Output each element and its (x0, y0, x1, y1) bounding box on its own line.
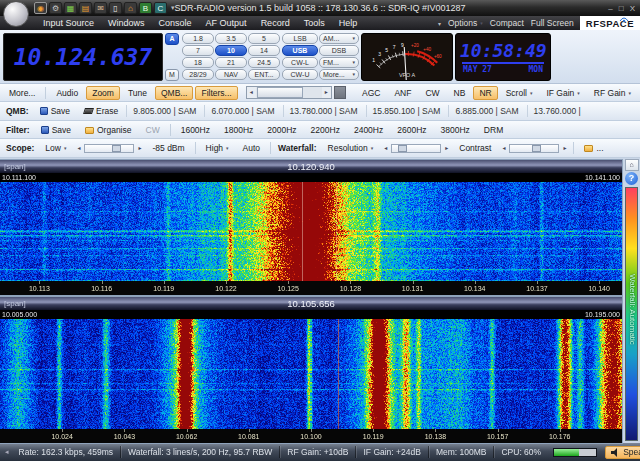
tune-button[interactable]: Tune (122, 86, 153, 100)
dsp-nr-button[interactable]: NR (473, 86, 497, 100)
pan-scrollbar[interactable]: ◂▸ (246, 86, 332, 99)
filter-2200hz-button[interactable]: 2200Hz (305, 123, 346, 137)
menu-help[interactable]: Help (332, 16, 365, 30)
waterfall-contrast-slider[interactable]: ◂ ▸ (499, 142, 569, 155)
filter-1600hz-button[interactable]: 1600Hz (175, 123, 216, 137)
qmb-save-button[interactable]: Save (34, 104, 76, 118)
waterfall1-frequency-scale[interactable]: 10.11310.11610.11910.12210.12510.12810.1… (0, 281, 622, 295)
if-gain-dropdown[interactable]: IF Gain▾ (540, 86, 585, 100)
home-icon[interactable]: ⌂ (124, 2, 137, 14)
mode-cw-u-button[interactable]: CW-U (282, 69, 318, 80)
zoom-button[interactable]: Zoom (86, 86, 120, 100)
mail-icon[interactable]: ✉ (94, 2, 107, 14)
filter-1800hz-button[interactable]: 1800Hz (218, 123, 259, 137)
slider-thumb[interactable] (532, 145, 541, 152)
band-3-5-button[interactable]: 3.5 (215, 33, 247, 44)
rf-gain-dropdown[interactable]: RF Gain▾ (588, 86, 637, 100)
band-10-button[interactable]: 10 (215, 45, 247, 56)
preset-b-icon[interactable]: B (139, 2, 152, 14)
document-icon[interactable]: ▯ (109, 2, 122, 14)
mode-dsb-button[interactable]: DSB (319, 45, 359, 56)
qmb-memory-item[interactable]: 13.780.000 | SAM (283, 105, 364, 117)
menu-windows[interactable]: Windows (101, 16, 152, 30)
slider-right-icon[interactable]: ▸ (560, 142, 569, 155)
slider-left-icon[interactable]: ◂ (499, 142, 508, 155)
menu-tools[interactable]: Tools (297, 16, 332, 30)
band-5-button[interactable]: 5 (248, 33, 280, 44)
waterfall2-header[interactable]: [span] 10.105.656 (0, 297, 622, 310)
menu-record[interactable]: Record (254, 16, 297, 30)
slider-thumb[interactable] (398, 145, 407, 152)
scroll-dropdown[interactable]: Scroll▾ (500, 86, 539, 100)
waterfall-resolution-button[interactable]: Resolution▾ (322, 141, 380, 155)
options-menu[interactable]: Options▾ (448, 18, 483, 28)
app-logo-icon[interactable] (3, 1, 29, 27)
qmb-button[interactable]: QMB... (155, 86, 193, 100)
qmb-memory-item[interactable]: 15.850.100 | SAM (366, 105, 447, 117)
waterfall-resolution-slider[interactable]: ◂ ▸ (381, 142, 451, 155)
waterfall1-display[interactable] (0, 182, 622, 281)
band-nav-button[interactable]: NAV (215, 69, 247, 80)
slider-right-icon[interactable]: ▸ (135, 142, 144, 155)
expand-icon[interactable]: ⌂ (625, 159, 639, 171)
close-button[interactable]: X (630, 4, 635, 13)
qmb-memory-item[interactable]: 6.885.000 | SAM (448, 105, 524, 117)
qmb-memory-item[interactable]: 6.070.000 | SAM (204, 105, 280, 117)
vfo-a-button[interactable]: A (165, 33, 179, 45)
qmb-memory-item[interactable]: 13.760.000 | (527, 105, 587, 117)
preset-c-icon[interactable]: C (154, 2, 167, 14)
waterfall-palette-tab[interactable]: Waterfall: Automatic (625, 187, 638, 441)
qmb-erase-button[interactable]: Erase (78, 104, 124, 118)
waterfall2-display[interactable] (0, 319, 622, 429)
mode-usb-button[interactable]: USB (282, 45, 318, 56)
menu-af-output[interactable]: AF Output (199, 16, 254, 30)
mode-lsb-button[interactable]: LSB (282, 33, 318, 44)
filters-button[interactable]: Filters... (195, 86, 237, 100)
waterfall1-header[interactable]: [span] 10.120.940 (0, 160, 622, 173)
waterfall-options-button[interactable]: ... (578, 141, 609, 155)
scope-low-slider[interactable]: ◂ ▸ (74, 142, 144, 155)
scrollbar-thumb[interactable] (257, 87, 303, 98)
frequency-display[interactable]: 10.124.637 (3, 33, 163, 81)
audio-button[interactable]: Audio (50, 86, 84, 100)
filter-2400hz-button[interactable]: 2400Hz (348, 123, 389, 137)
scroll-right-icon[interactable]: ▸ (322, 86, 331, 99)
band-18-button[interactable]: 18 (182, 57, 214, 68)
more-button[interactable]: More... (3, 86, 41, 100)
band-28-29-button[interactable]: 28/29 (182, 69, 214, 80)
band-7-button[interactable]: 7 (182, 45, 214, 56)
menu-console[interactable]: Console (152, 16, 199, 30)
dsp-nb-button[interactable]: NB (448, 86, 472, 100)
mode-fm-button[interactable]: FM...▾ (319, 57, 359, 68)
status-collapse-icon[interactable]: ◂ (2, 448, 12, 456)
vfo-m-button[interactable]: M (165, 69, 179, 81)
filter-save-button[interactable]: Save (35, 123, 77, 137)
band-14-button[interactable]: 14 (248, 45, 280, 56)
scope-auto-button[interactable]: Auto (237, 141, 267, 155)
filter-2600hz-button[interactable]: 2600Hz (391, 123, 432, 137)
filter-drm-button[interactable]: DRM (478, 123, 509, 137)
qmb-memory-item[interactable]: 9.805.000 | SAM (126, 105, 202, 117)
mode-am-button[interactable]: AM...▾ (319, 33, 359, 44)
dsp-anf-button[interactable]: ANF (388, 86, 417, 100)
mode-more-button[interactable]: More...▾ (319, 69, 359, 80)
band-24-5-button[interactable]: 24.5 (248, 57, 280, 68)
compact-button[interactable]: Compact (490, 18, 524, 28)
calendar-icon[interactable]: ▤ (79, 2, 92, 14)
scope-high-button[interactable]: High▾ (200, 141, 235, 155)
slider-left-icon[interactable]: ◂ (381, 142, 390, 155)
mode-cw-l-button[interactable]: CW-L (282, 57, 318, 68)
waterfall2-frequency-scale[interactable]: 10.02410.04310.06210.08110.10010.11910.1… (0, 429, 622, 443)
dsp-agc-button[interactable]: AGC (356, 86, 386, 100)
band-1-8-button[interactable]: 1.8 (182, 33, 214, 44)
scroll-left-icon[interactable]: ◂ (247, 86, 256, 99)
band-21-button[interactable]: 21 (215, 57, 247, 68)
slider-left-icon[interactable]: ◂ (74, 142, 83, 155)
slider-right-icon[interactable]: ▸ (442, 142, 451, 155)
menu-input-source[interactable]: Input Source (36, 16, 101, 30)
filter-3800hz-button[interactable]: 3800Hz (435, 123, 476, 137)
slider-thumb[interactable] (112, 145, 121, 152)
tools-icon[interactable]: ⚙ (49, 2, 62, 14)
dsp-cw-button[interactable]: CW (419, 86, 445, 100)
filter-organise-button[interactable]: Organise (79, 123, 138, 137)
